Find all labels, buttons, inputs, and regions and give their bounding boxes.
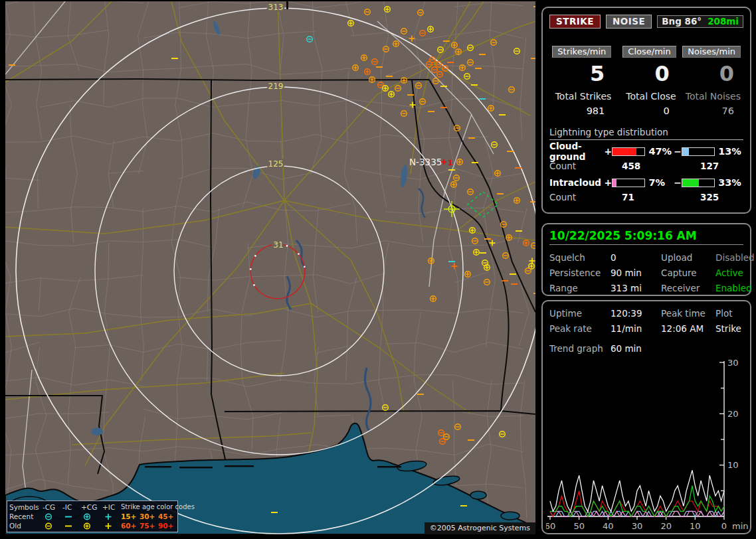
svg-text:60: 60	[546, 521, 555, 531]
status-panel: 10/22/2025 5:09:16 AM Squelch 0 Upload D…	[541, 223, 751, 296]
ring-label-31: 31	[273, 240, 283, 250]
svg-text:10: 10	[727, 460, 739, 470]
cloud-ground-label: Cloud-ground	[549, 141, 605, 162]
persistence-value: 90 min	[611, 268, 661, 278]
trend-panel: Uptime 120:39 Peak time Plot Peak rate 1…	[541, 300, 751, 534]
datetime-display: 10/22/2025 5:09:16 AM	[549, 229, 743, 245]
noise-mode-button[interactable]: NOISE	[606, 15, 652, 29]
legend-cp-symbol-icon	[81, 512, 102, 521]
ring-label-219: 219	[268, 82, 284, 91]
total-close-value: 0	[614, 106, 676, 116]
ring-label-125: 125	[268, 159, 284, 169]
intracloud-row: Intracloud + 7% − 33%	[549, 174, 743, 191]
noises-per-min-chip: Noises/min	[682, 46, 741, 58]
uptime-label: Uptime	[549, 308, 611, 319]
legend-col-ic-minus: -IC	[62, 502, 81, 512]
legend-age-60+: 60+	[121, 521, 140, 530]
intracloud-count-row: Count 71 325	[549, 192, 743, 202]
legend-col-cg-plus: +CG	[81, 502, 102, 512]
capture-label: Capture	[661, 268, 715, 278]
svg-text:min: min	[732, 521, 749, 531]
legend-age-45+: 45+	[158, 512, 175, 521]
ic-minus-bar	[682, 179, 715, 187]
legend-m-symbol-icon	[62, 521, 81, 530]
legend-cp-symbol-icon	[81, 521, 102, 530]
legend-rows: Recent15+30+45+Old60+75+90+	[9, 512, 175, 530]
minus-sign: −	[674, 146, 682, 157]
strikes-per-min-chip: Strikes/min	[552, 46, 611, 58]
lake	[91, 427, 103, 435]
legend-age-90+: 90+	[158, 521, 175, 530]
noises-column: Noises/min 0 Total Noises 76	[679, 44, 743, 116]
intracloud-label: Intracloud	[549, 177, 605, 188]
legend-p-symbol-icon	[102, 512, 121, 521]
capture-status: Active	[715, 268, 755, 278]
svg-text:30: 30	[727, 358, 739, 368]
cloud-ground-count-row: Count 458 127	[549, 161, 743, 171]
total-strikes-value: 981	[549, 106, 611, 116]
ic-minus-percent: 33%	[715, 177, 743, 188]
legend-symbols-label: Symbols	[9, 502, 43, 512]
legend-col-cg-minus: -CG	[43, 502, 62, 512]
legend-col-ic-plus: +IC	[102, 502, 121, 512]
trend-window-value: 60 min	[611, 343, 743, 354]
cg-minus-count: 127	[700, 161, 719, 171]
uptime-value: 120:39	[611, 308, 661, 319]
rate-columns: Strikes/min 5 Total Strikes 981 Close/mi…	[549, 44, 743, 116]
status-grid: Squelch 0 Upload Disabled Persistence 90…	[549, 252, 743, 293]
range-label: Range	[549, 283, 611, 293]
ic-plus-count: 71	[622, 192, 700, 202]
bearing-distance: 208mi	[708, 16, 739, 27]
svg-text:20: 20	[727, 409, 739, 419]
map-canvas[interactable]: 313 219 125 31 N-3335 1	[5, 1, 535, 534]
ic-plus-percent: 7%	[645, 177, 674, 188]
plus-sign: +	[605, 146, 613, 157]
bearing-readout: Bng 86° 208mi	[657, 15, 743, 28]
cloud-ground-row: Cloud-ground + 47% − 13%	[549, 143, 743, 160]
upload-label: Upload	[661, 252, 715, 263]
peak-time-value: 12:06 AM	[661, 323, 715, 334]
cg-plus-percent: 47%	[645, 146, 674, 157]
svg-text:20: 20	[660, 521, 672, 531]
svg-text:40: 40	[603, 521, 614, 531]
cg-minus-percent: 13%	[715, 146, 743, 157]
cell-badge: 1	[448, 159, 453, 167]
legend-age-15+: 15+	[121, 512, 140, 521]
legend-row-recent: Recent15+30+45+	[9, 512, 175, 521]
bay	[470, 491, 486, 499]
bearing-value: Bng 86°	[662, 16, 702, 27]
total-noises-value: 76	[679, 106, 741, 116]
legend-row-old: Old60+75+90+	[9, 521, 175, 530]
plus-sign: +	[605, 177, 613, 188]
strikes-column: Strikes/min 5 Total Strikes 981	[549, 44, 614, 116]
persistence-label: Persistence	[549, 268, 611, 278]
cg-minus-bar	[682, 147, 715, 156]
app-window: 313 219 125 31 N-3335 1	[0, 0, 756, 539]
svg-text:10: 10	[690, 521, 701, 531]
lightning-map[interactable]: 313 219 125 31 N-3335 1	[5, 1, 535, 534]
close-per-min-value: 0	[614, 62, 676, 86]
cg-plus-count: 458	[622, 161, 700, 171]
total-strikes-label: Total Strikes	[549, 91, 611, 102]
legend-age-30+: 30+	[140, 512, 158, 521]
total-noises-label: Total Noises	[679, 91, 741, 102]
strikes-per-min-value: 5	[549, 62, 611, 86]
ic-plus-bar	[612, 179, 645, 187]
peak-rate-value: 11/min	[611, 323, 661, 334]
upload-status: Disabled	[715, 252, 755, 263]
symbol-legend: Symbols -CG -IC +CG +IC Strike age color…	[7, 501, 178, 532]
legend-cm-symbol-icon	[43, 521, 62, 530]
trend-chart: 1020306050403020100min	[546, 356, 749, 532]
squelch-label: Squelch	[549, 252, 611, 263]
strike-mode-button[interactable]: STRIKE	[549, 15, 601, 29]
ring-label-313: 313	[268, 3, 284, 12]
close-per-min-chip: Close/min	[622, 46, 676, 58]
counters-panel: STRIKE NOISE Bng 86° 208mi Strikes/min 5…	[541, 7, 751, 214]
trend-graph-label: Trend graph	[549, 343, 611, 354]
copyright-text: ©2005 Astrogenic Systems	[425, 522, 535, 534]
total-close-label: Total Close	[614, 91, 676, 102]
uptime-grid: Uptime 120:39 Peak time Plot Peak rate 1…	[549, 308, 743, 334]
range-value: 313 mi	[611, 283, 661, 293]
ic-minus-count: 325	[700, 192, 719, 202]
mode-button-row: STRIKE NOISE Bng 86° 208mi	[549, 15, 743, 29]
